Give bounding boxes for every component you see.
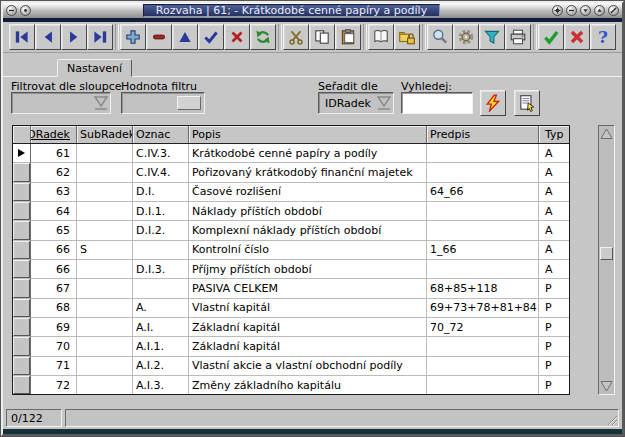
filter-funnel-button[interactable] (479, 24, 505, 50)
shade-up-button[interactable] (594, 5, 605, 16)
cell-popis[interactable]: Změny základního kapitálu (189, 376, 427, 395)
cell-predpis[interactable] (427, 202, 539, 221)
cell-popis[interactable]: Základní kapitál (189, 318, 427, 337)
cell-popis[interactable]: Náklady příštích období (189, 202, 427, 221)
scroll-up-arrow[interactable] (599, 126, 614, 142)
search-button[interactable] (427, 24, 453, 50)
cell-popis[interactable]: Základní kapitál (189, 337, 427, 356)
cell-predpis[interactable] (427, 221, 539, 240)
cell-typ[interactable]: P (539, 376, 569, 395)
confirm-ok-button[interactable] (538, 24, 564, 50)
cell-id[interactable]: 72 (31, 376, 77, 395)
prior-record-button[interactable] (35, 24, 61, 50)
column-header-oznac[interactable]: Oznac (133, 126, 189, 143)
help-button[interactable]: ? (590, 24, 616, 50)
cell-predpis[interactable] (427, 260, 539, 279)
cell-oznac[interactable]: A.I.2. (133, 357, 189, 376)
cell-oznac[interactable]: A.I.1. (133, 337, 189, 356)
cell-predpis[interactable]: 69+73+78+81+84 (427, 299, 539, 318)
browse-book-button[interactable] (368, 24, 394, 50)
column-header-idradek[interactable]: IDRadek (31, 126, 77, 143)
cell-predpis[interactable]: 1_66 (427, 241, 539, 260)
cell-typ[interactable]: A (539, 144, 569, 163)
cell-predpis[interactable] (427, 144, 539, 163)
cell-sub[interactable] (77, 299, 133, 318)
column-header-predpis[interactable]: Predpis (427, 126, 539, 143)
next-record-button[interactable] (61, 24, 87, 50)
cell-oznac[interactable]: D.I. (133, 183, 189, 202)
column-header-popis[interactable]: Popis (189, 126, 427, 143)
cell-sub[interactable]: S (77, 241, 133, 260)
table-row[interactable]: 64D.I.1.Náklady příštích obdobíA (13, 202, 569, 221)
cell-popis[interactable]: Pořizovaný krátkodobý finanční majetek (189, 163, 427, 182)
copy-button[interactable] (309, 24, 335, 50)
table-row[interactable]: 71A.I.2.Vlastní akcie a vlastní obchodní… (13, 357, 569, 376)
delete-record-button[interactable] (146, 24, 172, 50)
cell-sub[interactable] (77, 279, 133, 298)
cell-sub[interactable] (77, 337, 133, 356)
minimize-button[interactable] (566, 5, 577, 16)
cell-predpis[interactable]: 70_72 (427, 318, 539, 337)
cell-predpis[interactable]: 68+85+118 (427, 279, 539, 298)
cell-typ[interactable]: P (539, 337, 569, 356)
cell-typ[interactable]: A (539, 260, 569, 279)
table-row[interactable]: 66SKontrolní číslo1_66A (13, 241, 569, 260)
cell-sub[interactable] (77, 202, 133, 221)
search-execute-button[interactable] (480, 90, 506, 116)
table-row[interactable]: 65D.I.2.Komplexní náklady příštích obdob… (13, 221, 569, 240)
window-menu-button[interactable] (6, 5, 17, 16)
cell-popis[interactable]: Kontrolní číslo (189, 241, 427, 260)
cell-oznac[interactable]: D.I.2. (133, 221, 189, 240)
cell-popis[interactable]: Časové rozlišení (189, 183, 427, 202)
cell-predpis[interactable] (427, 163, 539, 182)
filter-column-combo[interactable] (11, 92, 111, 114)
cell-popis[interactable]: Komplexní náklady příštích období (189, 221, 427, 240)
cell-predpis[interactable] (427, 357, 539, 376)
titlebar[interactable]: Rozvaha | 61; - Krátkodobé cenné papíry … (3, 3, 622, 18)
cell-id[interactable]: 69 (31, 318, 77, 337)
cell-oznac[interactable]: A.I. (133, 318, 189, 337)
select-columns-button[interactable] (514, 90, 540, 116)
edit-record-button[interactable] (172, 24, 198, 50)
cell-id[interactable]: 63 (31, 183, 77, 202)
chevron-down-icon[interactable] (92, 93, 110, 113)
cell-popis[interactable]: PASIVA CELKEM (189, 279, 427, 298)
cell-oznac[interactable]: D.I.1. (133, 202, 189, 221)
cell-predpis[interactable]: 64_66 (427, 183, 539, 202)
cell-oznac[interactable]: C.IV.3. (133, 144, 189, 163)
cell-id[interactable]: 61 (31, 144, 77, 163)
table-row[interactable]: 72A.I.3.Změny základního kapitáluP (13, 376, 569, 395)
folder-lock-button[interactable] (394, 24, 420, 50)
scroll-down-arrow[interactable] (599, 378, 614, 394)
cell-sub[interactable] (77, 376, 133, 395)
close-button[interactable] (608, 5, 619, 16)
cell-popis[interactable]: Vlastní kapitál (189, 299, 427, 318)
column-header-subradek[interactable]: SubRadek (77, 126, 133, 143)
cell-predpis[interactable] (427, 376, 539, 395)
table-row[interactable]: 62C.IV.4.Pořizovaný krátkodobý finanční … (13, 163, 569, 182)
cut-button[interactable] (283, 24, 309, 50)
cell-predpis[interactable] (427, 337, 539, 356)
cell-popis[interactable]: Vlastní akcie a vlastní obchodní podíly (189, 357, 427, 376)
cell-id[interactable]: 68 (31, 299, 77, 318)
cell-typ[interactable]: P (539, 318, 569, 337)
column-header-typ[interactable]: Typ (539, 126, 569, 143)
settings-gear-button[interactable] (453, 24, 479, 50)
cell-oznac[interactable]: D.I.3. (133, 260, 189, 279)
table-row[interactable]: 63D.I.Časové rozlišení64_66A (13, 183, 569, 202)
table-row[interactable]: 68A.Vlastní kapitál69+73+78+81+84P (13, 299, 569, 318)
table-row[interactable]: 67PASIVA CELKEM68+85+118P (13, 279, 569, 298)
shade-down-button[interactable] (580, 5, 591, 16)
cell-sub[interactable] (77, 318, 133, 337)
cell-oznac[interactable] (133, 279, 189, 298)
cell-typ[interactable]: A (539, 183, 569, 202)
insert-record-button[interactable] (120, 24, 146, 50)
cell-id[interactable]: 67 (31, 279, 77, 298)
cell-sub[interactable] (77, 221, 133, 240)
first-record-button[interactable] (9, 24, 35, 50)
last-record-button[interactable] (87, 24, 113, 50)
filter-value-field[interactable] (121, 92, 205, 114)
vertical-scrollbar[interactable] (598, 125, 615, 395)
filter-value-button[interactable] (177, 96, 201, 110)
sticky-button[interactable] (20, 5, 31, 16)
